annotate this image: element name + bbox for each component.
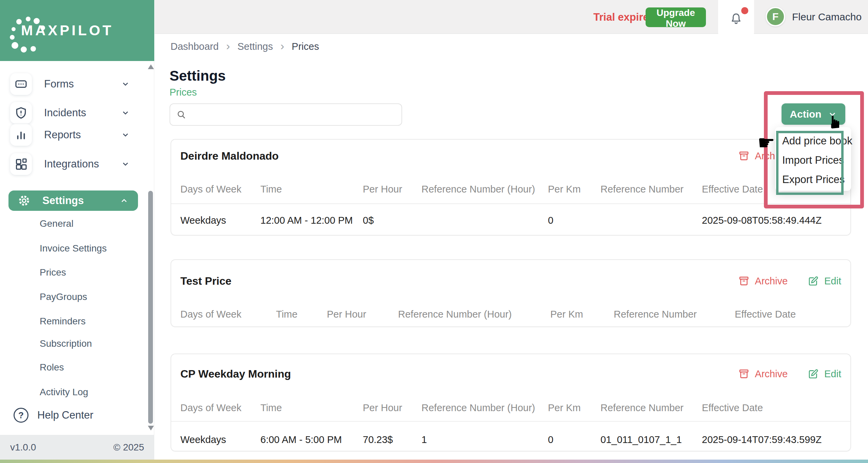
upgrade-now-button[interactable]: Upgrade Now (646, 7, 706, 27)
breadcrumb: Dashboard › Settings › Prices (171, 40, 319, 53)
sidebar-subitem-activity-log[interactable]: Activity Log (40, 387, 88, 398)
chevron-down-icon (121, 108, 130, 117)
sidebar-footer: v1.0.0 © 2025 (0, 435, 154, 460)
menu-item-export-prices[interactable]: Export Prices (775, 170, 851, 189)
edit-button[interactable]: Edit (808, 368, 841, 380)
gear-icon (17, 194, 31, 207)
pricebook-title: CP Weekday Morning (180, 367, 291, 381)
action-button-label: Action (790, 108, 821, 120)
search-icon (176, 109, 186, 120)
sidebar-item-label: Settings (42, 195, 120, 207)
sidebar: MAXPILOT Forms (0, 0, 154, 463)
chevron-up-icon (120, 196, 129, 205)
chevron-right-icon: › (226, 39, 230, 53)
chevron-down-icon (121, 160, 130, 168)
pricebook-title: Deirdre Maldonado (180, 149, 279, 163)
scrollbar-down-arrow[interactable] (148, 426, 154, 430)
sidebar-item-integrations[interactable]: Integrations (10, 153, 144, 175)
breadcrumb-prices: Prices (292, 41, 319, 52)
sidebar-subitem-paygroups[interactable]: PayGroups (40, 291, 87, 302)
chevron-down-icon (121, 130, 130, 139)
bar-chart-icon (15, 128, 27, 141)
sidebar-item-reports[interactable]: Reports (10, 124, 144, 146)
copyright: © 2025 (113, 442, 144, 453)
table-row: Weekdays 6:00 AM - 5:00 PM 70.23$ 1 0 01… (180, 422, 841, 458)
menu-item-import-prices[interactable]: Import Prices (775, 150, 851, 170)
table-header-row: Days of Week Time Per Hour Reference Num… (180, 401, 841, 415)
edit-button[interactable]: Edit (808, 276, 841, 287)
archive-icon (738, 150, 749, 161)
logo[interactable]: MAXPILOT (0, 0, 154, 61)
sidebar-item-settings[interactable]: Settings (8, 190, 138, 211)
question-circle-icon: ? (14, 408, 28, 423)
sidebar-item-label: Reports (44, 129, 121, 141)
breadcrumb-settings[interactable]: Settings (237, 41, 273, 52)
archive-button[interactable]: Archive (738, 368, 788, 380)
action-button[interactable]: Action (782, 103, 845, 125)
sidebar-scrollbar-thumb[interactable] (148, 191, 153, 424)
chevron-down-icon (828, 109, 837, 119)
notification-dot (741, 7, 748, 14)
shield-alert-icon (15, 106, 27, 119)
sidebar-subitem-prices[interactable]: Prices (40, 267, 66, 278)
avatar[interactable]: F (766, 7, 785, 26)
table-header-row: Days of Week Time Per Hour Reference Num… (180, 182, 841, 196)
page-title: Settings (170, 68, 226, 84)
help-center-label: Help Center (37, 409, 93, 421)
app-window: MAXPILOT Forms (0, 0, 868, 463)
chevron-down-icon (121, 80, 130, 88)
edit-icon (808, 276, 819, 286)
pricebook-title: Test Price (180, 274, 232, 288)
menu-item-add-price-book[interactable]: Add price book (775, 131, 851, 150)
sidebar-item-label: Forms (44, 78, 121, 90)
brand-name: MAXPILOT (21, 22, 114, 39)
edit-icon (808, 368, 819, 379)
avatar-initial: F (772, 11, 778, 22)
action-dropdown-menu: Add price book Import Prices Export Pric… (775, 127, 851, 191)
pricebook-card-deirdre-maldonado: Deirdre Maldonado Archive E (171, 139, 851, 236)
search-input[interactable] (191, 109, 395, 120)
sidebar-item-label: Integrations (44, 158, 121, 170)
sidebar-item-help-center[interactable]: ? Help Center (14, 408, 93, 423)
pricebook-card-test-price: Test Price Archive Edit (171, 259, 851, 327)
archive-button[interactable]: Archive (738, 276, 788, 287)
forms-icon (15, 78, 27, 90)
chevron-right-icon: › (280, 39, 284, 53)
blocks-icon (15, 158, 27, 170)
sidebar-item-incidents[interactable]: Incidents (10, 102, 144, 124)
page-subtitle: Prices (170, 87, 197, 98)
app-version: v1.0.0 (10, 442, 36, 453)
breadcrumb-dashboard[interactable]: Dashboard (171, 41, 219, 52)
notifications-button[interactable] (718, 0, 754, 38)
sidebar-item-label: Incidents (44, 107, 121, 119)
table-row: Weekdays 12:00 AM - 12:00 PM 0$ 0 2025-0… (180, 204, 841, 237)
topbar (155, 0, 868, 34)
archive-icon (738, 276, 749, 286)
sidebar-subitem-roles[interactable]: Roles (40, 362, 64, 373)
scrollbar-up-arrow[interactable] (148, 64, 154, 69)
sidebar-item-forms[interactable]: Forms (10, 73, 144, 95)
archive-icon (738, 368, 749, 379)
sidebar-subitem-reminders[interactable]: Reminders (40, 316, 85, 327)
pricebook-card-cp-weekday-morning: CP Weekday Morning Archive (171, 354, 851, 451)
bottom-gradient-strip (0, 460, 868, 463)
sidebar-subitem-subscription[interactable]: Subscription (40, 338, 92, 349)
user-name[interactable]: Fleur Camacho (792, 11, 862, 23)
bell-icon (729, 12, 743, 26)
table-header-row: Days of Week Time Per Hour Reference Num… (180, 307, 841, 321)
sidebar-subitem-general[interactable]: General (40, 218, 74, 229)
sidebar-subitem-invoice-settings[interactable]: Invoice Settings (40, 243, 107, 254)
search-box (170, 103, 402, 126)
